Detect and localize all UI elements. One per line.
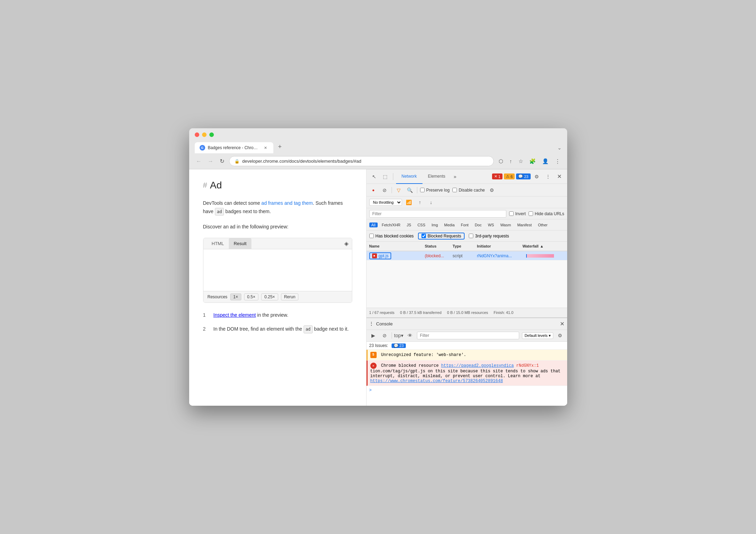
type-font-button[interactable]: Font — [459, 222, 471, 227]
console-eye-button[interactable]: 👁 — [406, 331, 414, 340]
clear-button[interactable]: ⊘ — [380, 186, 389, 194]
has-blocked-cookies-checkbox[interactable]: Has blocked cookies — [369, 234, 414, 238]
profile-icon-button[interactable]: 👤 — [541, 157, 550, 166]
preview-tab-html[interactable]: HTML — [207, 238, 229, 249]
type-doc-button[interactable]: Doc — [473, 222, 484, 227]
preview-tab-result[interactable]: Result — [229, 238, 251, 249]
preview-container: HTML Result ◈ Resources 1× 0.5× 0.25× Re… — [203, 238, 352, 303]
type-css-button[interactable]: CSS — [415, 222, 427, 227]
record-button[interactable]: ● — [369, 186, 378, 194]
tab-network[interactable]: Network — [396, 169, 423, 184]
ad-frames-link[interactable]: ad frames and tag them — [262, 200, 313, 206]
error-badge[interactable]: ✕ 1 — [492, 173, 502, 179]
network-toolbar-2: No throttling 📶 ↑ ↓ — [367, 196, 567, 208]
network-settings-button[interactable]: ⚙ — [488, 186, 496, 194]
warning-badge[interactable]: ⚠ 6 — [504, 173, 515, 179]
console-block-button[interactable]: ⊘ — [380, 331, 389, 340]
console-top-button[interactable]: top ▾ — [395, 331, 403, 340]
hide-data-urls-input[interactable] — [529, 211, 533, 216]
new-tab-button[interactable]: + — [275, 140, 285, 153]
type-wasm-button[interactable]: Wasm — [498, 222, 513, 227]
preview-area — [203, 249, 352, 291]
throttle-select[interactable]: No throttling — [369, 199, 402, 206]
filter-input[interactable] — [369, 210, 506, 218]
error-link-1[interactable]: https://pagead2.googlesyndica — [441, 363, 514, 368]
close-window-button[interactable] — [195, 132, 199, 137]
inspect-element-link[interactable]: Inspect the element — [214, 312, 256, 318]
filter-button[interactable]: ▽ — [395, 186, 403, 194]
device-tool-button[interactable]: ⬚ — [380, 172, 390, 181]
error-link-2[interactable]: https://www.chromestatus.com/feature/573… — [370, 379, 503, 383]
tab-elements[interactable]: Elements — [423, 169, 451, 184]
type-other-button[interactable]: Other — [536, 222, 550, 227]
third-party-checkbox[interactable]: 3rd-party requests — [469, 234, 509, 238]
blocked-requests-input[interactable] — [421, 234, 426, 238]
cursor-tool-button[interactable]: ↖ — [369, 172, 379, 181]
tab-close-button[interactable]: ✕ — [263, 145, 268, 151]
disable-cache-input[interactable] — [452, 188, 457, 192]
console-settings-button[interactable]: ⚙ — [556, 331, 564, 340]
address-actions: ⬡ ↑ ☆ 🧩 👤 ⋮ — [497, 157, 562, 166]
blocked-requests-checkbox[interactable]: Blocked Requests — [418, 233, 465, 240]
filter-row: Invert Hide data URLs — [367, 208, 567, 219]
reload-button[interactable]: ↻ — [218, 156, 226, 166]
devtools-more-button[interactable]: ⋮ — [543, 172, 553, 181]
lock-icon: 🔒 — [234, 159, 240, 164]
type-fetch-button[interactable]: Fetch/XHR — [380, 222, 403, 227]
preserve-log-input[interactable] — [420, 188, 425, 192]
type-manifest-button[interactable]: Manifest — [515, 222, 534, 227]
tab-title: Badges reference - Chrome De — [208, 145, 260, 150]
has-blocked-cookies-input[interactable] — [369, 234, 374, 238]
scale-0-25x-button[interactable]: 0.25× — [261, 293, 278, 300]
console-close-button[interactable]: ✕ — [560, 321, 564, 327]
extensions-icon-button[interactable]: 🧩 — [528, 157, 537, 166]
maximize-window-button[interactable] — [209, 132, 214, 137]
forward-button[interactable]: → — [207, 157, 215, 166]
wifi-icon-button[interactable]: 📶 — [405, 198, 413, 207]
type-media-button[interactable]: Media — [442, 222, 457, 227]
col-name-header[interactable]: Name — [369, 244, 425, 248]
row-type: script — [453, 253, 477, 258]
col-waterfall-header[interactable]: Waterfall ▲ — [523, 244, 564, 248]
type-all-button[interactable]: All — [369, 222, 378, 227]
minimize-window-button[interactable] — [202, 132, 207, 137]
console-filter-input[interactable] — [417, 332, 520, 339]
devtools-close-button[interactable]: ✕ — [554, 172, 564, 181]
upload-icon-button[interactable]: ↑ — [416, 198, 424, 207]
type-img-button[interactable]: Img — [429, 222, 440, 227]
menu-icon-button[interactable]: ⋮ — [554, 157, 562, 166]
more-tabs-button[interactable]: » — [451, 169, 459, 184]
file-icon: ■ — [372, 253, 377, 258]
console-prompt[interactable]: > — [367, 386, 567, 395]
scale-1x-button[interactable]: 1× — [230, 293, 241, 300]
search-button[interactable]: 🔍 — [406, 186, 414, 194]
hide-data-urls-checkbox[interactable]: Hide data URLs — [529, 211, 564, 216]
invert-checkbox[interactable]: Invert — [509, 211, 526, 216]
devtools-settings-button[interactable]: ⚙ — [532, 172, 542, 181]
download-icon-button[interactable]: ↓ — [427, 198, 435, 207]
table-row[interactable]: ■ gpt.js (blocked... script rNdGNYx?anim… — [367, 251, 567, 260]
rerun-button[interactable]: Rerun — [281, 293, 299, 300]
address-input[interactable]: 🔒 developer.chrome.com/docs/devtools/ele… — [229, 156, 494, 166]
disable-cache-checkbox[interactable]: Disable cache — [452, 188, 485, 193]
col-initiator-header[interactable]: Initiator — [477, 244, 523, 248]
scale-0-5x-button[interactable]: 0.5× — [244, 293, 259, 300]
levels-chevron-icon: ▾ — [549, 333, 551, 338]
preserve-log-checkbox[interactable]: Preserve log — [420, 188, 450, 193]
third-party-input[interactable] — [469, 234, 473, 238]
active-tab[interactable]: G Badges reference - Chrome De ✕ — [195, 142, 273, 153]
col-status-header[interactable]: Status — [425, 244, 453, 248]
bookmark-icon-button[interactable]: ☆ — [517, 157, 524, 166]
share-icon-button[interactable]: ↑ — [508, 157, 514, 165]
console-issues-row[interactable]: 23 Issues: 💬 23 — [367, 342, 567, 350]
info-badge[interactable]: 💬 23 — [516, 173, 530, 179]
back-button[interactable]: ← — [195, 157, 203, 166]
default-levels-button[interactable]: Default levels ▾ — [522, 332, 553, 339]
console-play-button[interactable]: ▶ — [369, 331, 378, 340]
type-ws-button[interactable]: WS — [486, 222, 496, 227]
type-js-button[interactable]: JS — [405, 222, 413, 227]
col-type-header[interactable]: Type — [453, 244, 477, 248]
invert-input[interactable] — [509, 211, 514, 216]
cast-icon-button[interactable]: ⬡ — [497, 157, 505, 166]
row-name-highlight: ■ gpt.js — [369, 252, 392, 259]
